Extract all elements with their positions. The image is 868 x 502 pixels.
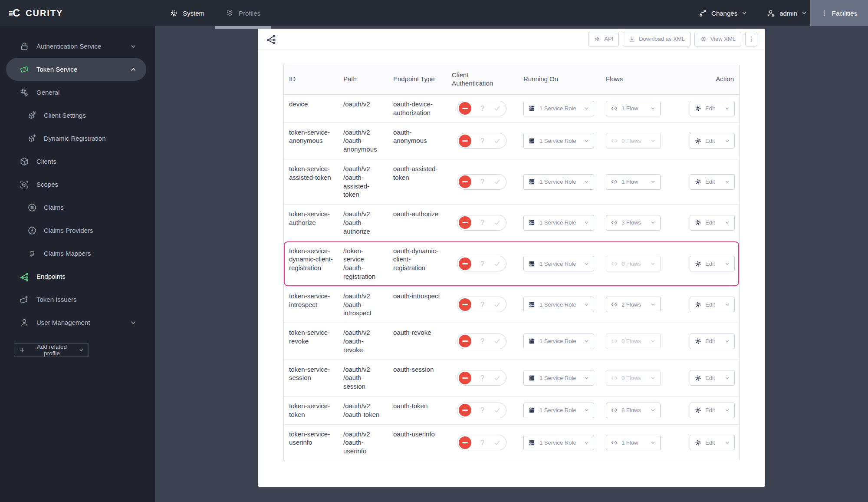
server-icon <box>528 406 536 414</box>
running-on-dropdown[interactable]: 1 Service Role <box>523 256 594 271</box>
chevron-down-icon <box>584 440 589 446</box>
flows-dropdown[interactable]: 8 Flows <box>606 403 661 418</box>
toggle-off-icon <box>459 404 471 416</box>
sidebar-item-label: Authentication Service <box>36 43 101 50</box>
cell-client-authentication: ? <box>447 241 518 286</box>
sidebar-item-claims-mappers[interactable]: Claims Mappers <box>6 242 146 265</box>
running-on-dropdown[interactable]: 1 Service Role <box>523 334 594 349</box>
admin-menu[interactable]: admin <box>766 0 807 26</box>
cell-flows: 0 Flows <box>601 123 683 159</box>
flows-dropdown[interactable]: 0 Flows <box>606 133 661 149</box>
chevron-down-icon <box>130 43 137 50</box>
toggle-check-icon <box>493 374 501 382</box>
more-options-button[interactable] <box>745 32 757 46</box>
client-auth-toggle[interactable]: ? <box>457 174 506 190</box>
curity-logo[interactable]: C CURITY <box>9 0 63 26</box>
tab-profiles[interactable]: Profiles <box>215 0 271 26</box>
chevron-down-icon <box>724 220 730 225</box>
add-related-profile-button[interactable]: Add related profile <box>14 343 89 357</box>
client-auth-toggle[interactable]: ? <box>457 256 506 271</box>
edit-dropdown[interactable]: Edit <box>690 403 735 418</box>
api-button[interactable]: API <box>588 32 619 46</box>
edit-dropdown[interactable]: Edit <box>690 215 735 231</box>
running-on-dropdown[interactable]: 1 Service Role <box>523 403 594 418</box>
facilities-button[interactable]: Facilities <box>810 0 868 26</box>
running-on-dropdown[interactable]: 1 Service Role <box>523 101 594 116</box>
client-auth-toggle[interactable]: ? <box>457 334 506 349</box>
flows-dropdown[interactable]: 1 Flow <box>606 101 661 116</box>
running-on-dropdown[interactable]: 1 Service Role <box>523 133 594 149</box>
client-auth-toggle[interactable]: ? <box>457 215 506 231</box>
sidebar-item-authentication-service[interactable]: Authentication Service <box>6 35 146 58</box>
client-auth-toggle[interactable]: ? <box>457 370 506 386</box>
client-auth-toggle[interactable]: ? <box>457 297 506 312</box>
client-auth-toggle[interactable]: ? <box>457 435 506 450</box>
sidebar-item-token-service[interactable]: Token Service <box>6 58 146 81</box>
sidebar-item-client-settings[interactable]: Client Settings <box>6 104 146 127</box>
running-on-dropdown[interactable]: 1 Service Role <box>523 215 594 231</box>
client-auth-toggle[interactable]: ? <box>457 101 506 116</box>
sidebar: Authentication Service Token Service Gen… <box>0 26 155 502</box>
running-on-dropdown[interactable]: 1 Service Role <box>523 297 594 312</box>
toggle-check-icon <box>493 439 501 446</box>
edit-dropdown[interactable]: Edit <box>690 174 735 190</box>
sidebar-item-clients[interactable]: Clients <box>6 150 146 173</box>
edit-dropdown[interactable]: Edit <box>690 256 735 271</box>
toggle-check-icon <box>493 137 501 145</box>
chevron-down-icon <box>724 440 730 446</box>
flows-dropdown[interactable]: 3 Flows <box>606 215 661 231</box>
sidebar-item-claims[interactable]: Claims <box>6 196 146 219</box>
flows-dropdown[interactable]: 2 Flows <box>606 297 661 312</box>
sidebar-item-claims-providers[interactable]: Claims Providers <box>6 219 146 242</box>
flows-dropdown[interactable]: 0 Flows <box>606 256 661 271</box>
changes-menu[interactable]: Changes <box>698 0 747 26</box>
chevron-down-icon <box>584 138 589 144</box>
navbar-right: Changes admin <box>698 0 807 26</box>
cell-running-on: 1 Service Role <box>518 241 601 286</box>
edit-dropdown[interactable]: Edit <box>690 133 735 149</box>
sidebar-item-scopes[interactable]: Scopes <box>6 173 146 196</box>
cell-running-on: 1 Service Role <box>518 396 601 424</box>
svg-text:C: C <box>13 7 21 19</box>
sidebar-item-general[interactable]: General <box>6 81 146 104</box>
table-row: token-​service-​authorize ​/oauth​/v2​/o… <box>284 204 739 241</box>
server-icon <box>528 219 536 226</box>
column-header-running-on: Running On <box>518 75 601 83</box>
running-on-dropdown[interactable]: 1 Service Role <box>523 435 594 450</box>
edit-dropdown[interactable]: Edit <box>690 297 735 312</box>
view-xml-button[interactable]: View XML <box>694 32 741 46</box>
flows-dropdown[interactable]: 0 Flows <box>606 334 661 349</box>
flows-dropdown[interactable]: 0 Flows <box>606 370 661 386</box>
cell-id: token-​service-​anonymous <box>284 123 338 151</box>
running-on-dropdown[interactable]: 1 Service Role <box>523 174 594 190</box>
ticket-icon <box>19 64 30 75</box>
cell-running-on: 1 Service Role <box>518 123 601 159</box>
edit-dropdown[interactable]: Edit <box>690 101 735 116</box>
running-on-dropdown[interactable]: 1 Service Role <box>523 370 594 386</box>
edit-dropdown[interactable]: Edit <box>690 334 735 349</box>
sidebar-item-label: Dynamic Registration <box>44 135 106 142</box>
client-auth-toggle[interactable]: ? <box>457 403 506 418</box>
edit-dropdown[interactable]: Edit <box>690 435 735 450</box>
client-auth-toggle[interactable]: ? <box>457 133 506 149</box>
cell-endpoint-type: oauth-​userinfo <box>388 425 447 444</box>
column-header-action: Action <box>683 75 739 83</box>
edit-dropdown[interactable]: Edit <box>690 370 735 386</box>
cell-client-authentication: ? <box>447 360 518 396</box>
flows-dropdown[interactable]: 1 Flow <box>606 174 661 190</box>
sidebar-item-user-management[interactable]: User Management <box>6 311 146 334</box>
chevron-down-icon <box>650 220 656 225</box>
chevron-down-icon <box>741 10 747 16</box>
sidebar-item-label: Scopes <box>36 181 58 188</box>
sidebar-item-endpoints[interactable]: Endpoints <box>6 265 146 288</box>
kebab-icon <box>821 10 828 17</box>
sidebar-item-token-issuers[interactable]: Token Issuers <box>6 288 146 311</box>
user-icon <box>19 317 30 328</box>
tab-system[interactable]: System <box>159 0 215 26</box>
cube-icon <box>19 156 30 167</box>
cell-id: token-​service-​userinfo <box>284 425 338 452</box>
toggle-off-icon <box>459 216 471 229</box>
sidebar-item-dynamic-registration[interactable]: Dynamic Registration <box>6 127 146 150</box>
download-xml-button[interactable]: Download as XML <box>623 32 690 46</box>
flows-dropdown[interactable]: 1 Flow <box>606 435 661 450</box>
